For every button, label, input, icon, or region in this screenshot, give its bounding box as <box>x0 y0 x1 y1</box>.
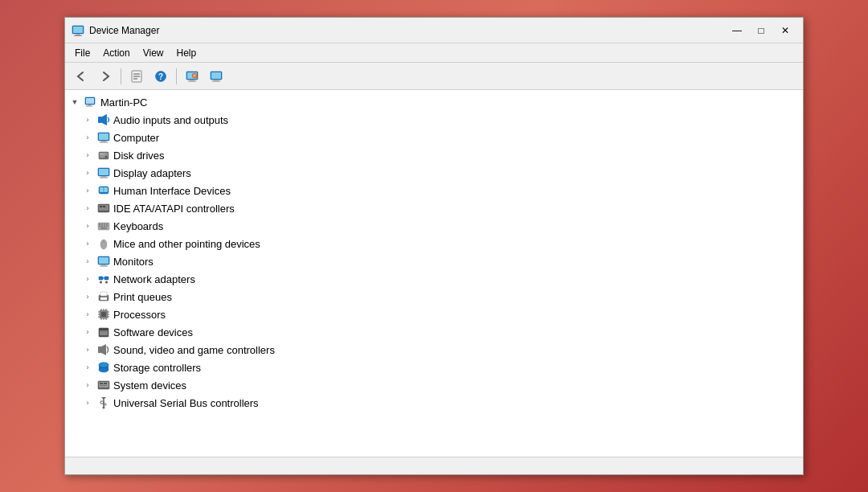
desktop-icon <box>97 131 110 144</box>
audio-label: Audio inputs and outputs <box>113 114 228 126</box>
usb-label: Universal Serial Bus controllers <box>113 397 259 409</box>
expand-ide-icon: › <box>81 202 94 215</box>
svg-marker-91 <box>101 344 106 355</box>
tree-node-keyboard[interactable]: › Keyboards <box>65 217 803 235</box>
processors-label: Processors <box>113 309 166 321</box>
svg-rect-27 <box>99 133 108 140</box>
close-button[interactable]: ✕ <box>774 21 796 40</box>
svg-rect-52 <box>101 226 103 228</box>
svg-rect-36 <box>101 176 106 178</box>
expand-software-icon: › <box>81 326 94 338</box>
monitor-button[interactable] <box>205 66 227 87</box>
svg-marker-25 <box>102 114 107 125</box>
svg-rect-89 <box>100 329 108 330</box>
computer-label: Computer <box>113 132 159 144</box>
hid-label: Human Interface Devices <box>113 185 231 197</box>
sysdev-label: System devices <box>113 379 186 392</box>
svg-rect-64 <box>104 277 108 280</box>
expand-audio-icon: › <box>81 113 94 126</box>
svg-rect-99 <box>104 383 107 384</box>
mouse-label: Mice and other pointing devices <box>113 238 260 250</box>
maximize-button[interactable]: □ <box>750 21 772 40</box>
tree-node-hid[interactable]: › Human Interface Devices <box>65 182 803 199</box>
svg-rect-70 <box>100 297 107 300</box>
device-manager-window: Device Manager — □ ✕ File Action View He… <box>64 17 804 475</box>
tree-node-display[interactable]: › Display adapters <box>65 164 803 182</box>
menu-view[interactable]: View <box>137 46 170 60</box>
expand-network-icon: › <box>81 273 94 285</box>
properties-button[interactable] <box>125 66 148 87</box>
expand-computer-icon: › <box>81 131 94 144</box>
usb-icon <box>97 396 110 409</box>
toolbar: ? <box>65 63 803 90</box>
svg-rect-54 <box>106 226 108 228</box>
tree-node-sysdev[interactable]: › System devices <box>65 376 803 394</box>
svg-point-95 <box>99 363 108 367</box>
tree-node-computer[interactable]: › Computer <box>65 129 803 146</box>
svg-rect-104 <box>104 404 106 405</box>
forward-button[interactable] <box>94 66 117 87</box>
tree-node-root[interactable]: ▼ Martin-PC <box>65 93 803 111</box>
tree-node-mouse[interactable]: › Mice and other pointing devices <box>65 235 803 252</box>
svg-rect-62 <box>100 266 108 267</box>
expand-hid-icon: › <box>81 184 94 197</box>
title-bar: Device Manager — □ ✕ <box>65 18 803 43</box>
menu-help[interactable]: Help <box>170 46 203 60</box>
tree-node-cpu[interactable]: › <box>65 305 803 323</box>
tree-node-software[interactable]: › Software devices <box>65 323 803 341</box>
tree-node-print[interactable]: › Print queues <box>65 288 803 305</box>
back-button[interactable] <box>70 66 92 87</box>
tree-node-monitor[interactable]: › Monitors <box>65 252 803 270</box>
sysdev-icon <box>97 379 110 392</box>
svg-line-15 <box>196 77 198 79</box>
menu-file[interactable]: File <box>68 46 96 60</box>
svg-rect-28 <box>101 141 106 142</box>
expand-keyboard-icon: › <box>81 219 94 232</box>
expand-sound-icon: › <box>81 343 94 356</box>
expand-disk-icon: › <box>81 149 94 162</box>
expand-print-icon: › <box>81 290 94 303</box>
tree-root: ▼ Martin-PC › <box>65 93 803 412</box>
network-label: Network adapters <box>113 273 195 285</box>
help-button[interactable]: ? <box>149 66 172 87</box>
toolbar-separator-2 <box>176 68 177 84</box>
tree-node-audio[interactable]: › Audio inputs and outputs <box>65 111 803 129</box>
tree-node-usb[interactable]: › Universal Serial Bus controllers <box>65 394 803 412</box>
tree-node-storage[interactable]: › Storage controllers <box>65 359 803 376</box>
print-icon <box>97 290 110 303</box>
svg-rect-48 <box>101 223 103 225</box>
tree-node-disk[interactable]: › Disk drives <box>65 146 803 164</box>
software-label: Software devices <box>113 326 193 338</box>
print-label: Print queues <box>113 291 172 303</box>
window-title: Device Manager <box>89 25 726 36</box>
menu-action[interactable]: Action <box>96 46 136 60</box>
scan-button[interactable] <box>181 66 203 87</box>
minimize-button[interactable]: — <box>726 21 748 40</box>
svg-rect-51 <box>99 226 100 228</box>
mouse-icon <box>97 237 110 250</box>
svg-rect-69 <box>100 292 107 296</box>
menu-bar: File Action View Help <box>65 43 803 63</box>
svg-rect-23 <box>86 106 92 107</box>
svg-rect-90 <box>98 346 101 353</box>
cpu-icon <box>97 308 110 321</box>
tree-node-network[interactable]: › Network adapters <box>65 270 803 288</box>
svg-rect-37 <box>100 178 108 178</box>
svg-rect-21 <box>86 98 94 104</box>
svg-rect-100 <box>100 385 107 386</box>
svg-point-67 <box>105 281 108 284</box>
tree-node-ide[interactable]: › IDE ATA/ATAPI controllers <box>65 199 803 217</box>
svg-marker-102 <box>101 397 106 400</box>
tree-node-sound[interactable]: › Sound, video and game controllers <box>65 341 803 359</box>
svg-rect-12 <box>190 80 194 81</box>
svg-rect-63 <box>99 277 103 280</box>
display-label: Display adapters <box>113 167 191 179</box>
svg-rect-2 <box>76 34 80 35</box>
window-controls: — □ ✕ <box>726 21 796 40</box>
svg-rect-50 <box>106 223 108 225</box>
svg-rect-24 <box>98 117 102 123</box>
svg-rect-55 <box>100 228 107 229</box>
monitors-label: Monitors <box>113 256 154 268</box>
toolbar-separator-1 <box>121 68 121 84</box>
svg-rect-49 <box>104 223 105 225</box>
